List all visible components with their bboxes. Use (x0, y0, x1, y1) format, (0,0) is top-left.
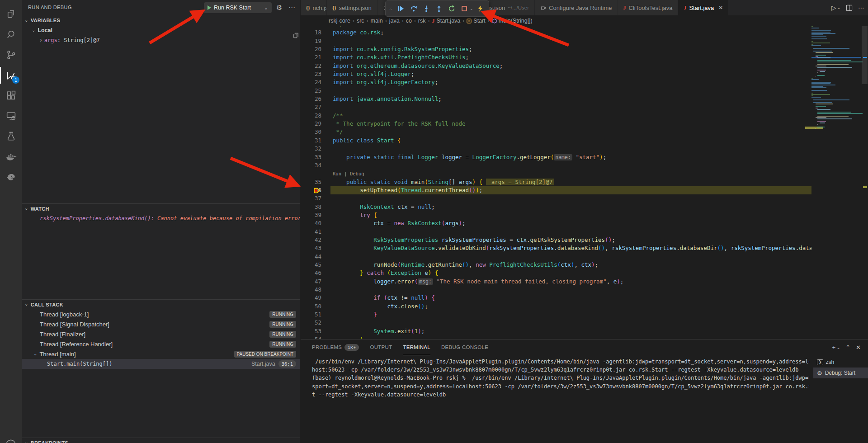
code-line-32[interactable]: 32 (301, 145, 811, 153)
line-number[interactable]: 42 (301, 236, 321, 244)
run-and-debug-icon[interactable]: 1 (0, 65, 22, 85)
terminal-output[interactable]: /usr/bin/env /Library/Internet\ Plug-Ins… (312, 358, 809, 443)
watch-expression-row[interactable]: rskSystemProperties.databaseKind(): Cann… (22, 213, 300, 223)
call-stack-thread-row[interactable]: Thread [Signal Dispatcher]RUNNING (22, 319, 300, 329)
breadcrumb-item-main[interactable]: main (371, 18, 383, 24)
code-line-37[interactable]: 37 (301, 194, 811, 203)
line-number[interactable]: 33 (301, 153, 321, 161)
breakpoint-gutter[interactable] (322, 87, 330, 95)
split-editor-button[interactable] (846, 5, 853, 11)
breakpoint-gutter[interactable] (322, 145, 330, 153)
breakpoint-gutter[interactable] (322, 286, 330, 294)
breakpoint-gutter[interactable] (322, 153, 330, 161)
breakpoint-gutter[interactable] (322, 161, 330, 170)
line-number[interactable]: 48 (301, 286, 321, 294)
code-line-52[interactable]: 52 (301, 319, 811, 327)
variable-row-args[interactable]: ❯ args: String[2]@7 (22, 35, 300, 45)
code-line-47[interactable]: 47 logger.error(msg: "The RSK node main … (301, 278, 811, 286)
panel-tab-output[interactable]: OUTPUT (370, 339, 392, 355)
breakpoint-gutter[interactable] (322, 311, 330, 319)
line-number[interactable]: 34 (301, 161, 321, 170)
code-line-30[interactable]: 30 */ (301, 128, 811, 136)
breakpoint-gutter[interactable] (322, 45, 330, 53)
code-line-31[interactable]: 31public class Start { (301, 137, 811, 145)
breakpoint-gutter[interactable] (322, 269, 330, 277)
code-line-19[interactable]: 19 (301, 37, 811, 45)
breakpoint-gutter[interactable] (322, 62, 330, 70)
breadcrumb-item-rsk[interactable]: rsk (418, 18, 426, 24)
code-line-54[interactable]: 54 } (301, 335, 811, 339)
breakpoint-gutter[interactable] (322, 302, 330, 311)
tab-nch-json[interactable]: {}nch.json (301, 0, 327, 15)
views-more-actions-icon[interactable]: ⋯ (288, 4, 295, 12)
breakpoint-gutter[interactable] (322, 29, 330, 37)
breakpoint-gutter[interactable] (322, 219, 330, 227)
breadcrumb-item-rskj-core[interactable]: rskj-core (329, 18, 350, 24)
account-icon[interactable] (0, 433, 22, 443)
call-stack-frame-row[interactable]: Start.main(String[])Start.java36:1 (22, 359, 300, 369)
extensions-icon[interactable] (0, 85, 22, 106)
breakpoint-gutter[interactable] (322, 128, 330, 137)
code-line-40[interactable]: 40 ctx = new RskContext(args); (301, 219, 811, 227)
tab-configure-java-runtime[interactable]: Configure Java Runtime (535, 0, 618, 15)
breakpoint-gutter[interactable] (322, 319, 330, 327)
breakpoint-paused-icon[interactable] (322, 186, 330, 194)
breadcrumb-item-src[interactable]: src (357, 18, 364, 24)
line-number[interactable]: 28 (301, 112, 321, 120)
line-number[interactable]: 47 (301, 278, 321, 286)
line-number[interactable]: 22 (301, 62, 321, 70)
line-number[interactable]: 23 (301, 70, 321, 78)
code-line-21[interactable]: 21import co.rsk.util.PreflightChecksUtil… (301, 53, 811, 61)
hot-code-replace-icon[interactable] (475, 3, 486, 14)
line-number[interactable]: 19 (301, 37, 321, 45)
breadcrumb-item-start[interactable]: Start (467, 18, 485, 24)
call-stack-thread-row[interactable]: Thread [Reference Handler]RUNNING (22, 339, 300, 349)
variables-scope-local[interactable]: ⌄ Local (22, 25, 300, 35)
line-number[interactable]: 20 (301, 45, 321, 53)
breakpoint-gutter[interactable] (322, 211, 330, 219)
code-line-23[interactable]: 23import org.slf4j.Logger; (301, 70, 811, 78)
terminal-instance-zsh[interactable]: ❯zsh (813, 357, 868, 368)
breakpoint-gutter[interactable] (322, 137, 330, 145)
line-number[interactable]: 44 (301, 253, 321, 261)
line-number[interactable]: 54 (301, 335, 321, 339)
breakpoint-gutter[interactable] (322, 70, 330, 78)
call-stack-thread-row[interactable]: Thread [Finalizer]RUNNING (22, 329, 300, 339)
code-line-18[interactable]: 18package co.rsk; (301, 28, 811, 37)
editor-scrollbar[interactable] (861, 26, 868, 339)
breakpoint-gutter[interactable] (322, 327, 330, 335)
breakpoint-gutter[interactable] (322, 104, 330, 112)
line-number[interactable]: 49 (301, 294, 321, 302)
line-number[interactable]: 24 (301, 78, 321, 86)
testing-icon[interactable] (0, 126, 22, 146)
run-or-debug-button[interactable]: ▷⌄ (831, 4, 840, 11)
breakpoint-gutter[interactable] (322, 194, 330, 203)
line-number[interactable]: 39 (301, 211, 321, 219)
line-number[interactable]: 45 (301, 261, 321, 269)
maximize-panel-icon[interactable]: ⌃ (845, 344, 850, 351)
code-line-34[interactable]: 34 (301, 161, 811, 170)
tab-clitoolstest-java[interactable]: JCliToolsTest.java (618, 0, 679, 15)
code-line-33[interactable]: 33 private static final Logger logger = … (301, 153, 811, 161)
line-number[interactable]: 37 (301, 194, 321, 203)
panel-tab-debug-console[interactable]: DEBUG CONSOLE (441, 339, 488, 355)
code-line-26[interactable]: 26import javax.annotation.Nonnull; (301, 95, 811, 103)
terminal-instance-debug-start[interactable]: ⚙Debug: Start (813, 368, 868, 378)
breakpoint-gutter[interactable] (322, 278, 330, 286)
line-number[interactable]: 32 (301, 145, 321, 153)
code-line-20[interactable]: 20import co.rsk.config.RskSystemProperti… (301, 45, 811, 53)
code-line-45[interactable]: 45 runNode(Runtime.getRuntime(), new Pre… (301, 261, 811, 269)
code-line-35[interactable]: 35 public static void main(String[] args… (301, 178, 811, 186)
breakpoint-gutter[interactable] (322, 228, 330, 236)
line-number[interactable]: 18 (301, 28, 321, 37)
new-terminal-icon[interactable]: ＋⌄ (831, 343, 840, 351)
more-actions-icon[interactable]: ⋯ (858, 4, 864, 11)
breakpoint-gutter[interactable] (322, 294, 330, 302)
line-number[interactable]: 38 (301, 203, 321, 211)
gradle-icon[interactable] (0, 167, 22, 187)
code-line-29[interactable]: 29 * The entrypoint for the RSK full nod… (301, 120, 811, 128)
tab-settings-json[interactable]: {}settings.json (327, 0, 377, 15)
call-stack-section-header[interactable]: ⌄ CALL STACK (22, 299, 300, 309)
tab-start-java[interactable]: JStart.java✕ (678, 0, 729, 15)
code-line-38[interactable]: 38 RskContext ctx = null; (301, 203, 811, 211)
